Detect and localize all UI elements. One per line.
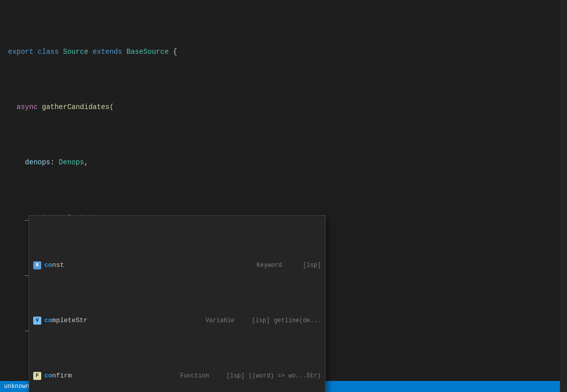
ac-match-const: co xyxy=(44,261,52,269)
keyword-extends: extends xyxy=(93,46,122,57)
right-sidebar xyxy=(560,0,567,392)
ac-item-completestr[interactable]: V completeStr Variable [lsp] getline(de.… xyxy=(29,315,325,326)
ac-source-lsp2: [lsp] xyxy=(250,315,270,326)
ac-item-label-completestr: completeStr xyxy=(44,315,203,326)
code-line-3: denops : Denops , xyxy=(0,157,560,168)
ac-detail-completestr: getline(de... xyxy=(274,315,321,326)
keyword-class: class xyxy=(38,46,59,57)
ac-item-label-confirm: confirm xyxy=(44,370,178,381)
code-line-1: export class Source extends BaseSource { xyxy=(0,46,560,57)
ac-match-confirm: co xyxy=(44,372,52,379)
ac-type-variable1: Variable xyxy=(205,315,246,326)
ac-detail-confirm: ((word) => wo...Str) xyxy=(249,370,321,381)
fn-gathercandidates: gatherCandidates xyxy=(42,102,109,113)
ac-item-confirm[interactable]: F confirm Function [lsp] ((word) => wo..… xyxy=(29,370,325,381)
ac-source-lsp1: [lsp] xyxy=(301,260,321,271)
code-line-2: async gatherCandidates ( xyxy=(0,102,560,113)
ac-item-const[interactable]: K const Keyword [lsp] xyxy=(29,260,325,271)
type-denops: Denops xyxy=(59,157,84,168)
ac-match-completestr: co xyxy=(44,317,52,324)
param-denops: denops xyxy=(25,157,50,168)
class-source: Source xyxy=(63,46,88,57)
code-content: export class Source extends BaseSource {… xyxy=(0,0,560,392)
keyword-async: async xyxy=(17,102,38,113)
ac-source-lsp3: [lsp] xyxy=(224,370,245,381)
ac-item-label-const: const xyxy=(44,260,255,271)
code-area[interactable]: export class Source extends BaseSource {… xyxy=(0,0,560,392)
autocomplete-dropdown[interactable]: K const Keyword [lsp] V completeStr Vari… xyxy=(29,215,326,392)
ac-kind-icon-function1: F xyxy=(33,372,41,380)
ac-type-function1: Function xyxy=(180,370,220,381)
keyword-export: export xyxy=(8,46,33,57)
ac-type-keyword1: Keyword xyxy=(257,260,297,271)
ac-kind-icon-variable1: V xyxy=(33,317,41,325)
ac-kind-icon-keyword1: K xyxy=(33,261,41,269)
class-basesource: BaseSource xyxy=(126,46,169,57)
editor-container: export class Source extends BaseSource {… xyxy=(0,0,567,392)
